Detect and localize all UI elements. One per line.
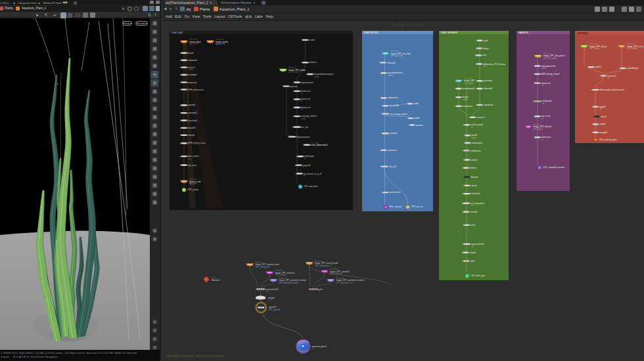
svg-text:thickness1: thickness1 — [301, 90, 311, 93]
svg-text:subnet: subnet — [463, 98, 469, 101]
svg-text:normal1: normal1 — [471, 211, 478, 213]
svg-text:P: P — [301, 93, 302, 95]
svg-text:provenances: provenances — [390, 191, 402, 194]
svg-text:untreated: untreated — [387, 62, 396, 64]
svg-text:delete2: delete2 — [471, 167, 477, 169]
svg-text:connect1: connect1 — [477, 116, 486, 119]
svg-text:experimental1: experimental1 — [301, 81, 313, 84]
svg-text:width: width — [414, 102, 419, 105]
svg-text:OPT_provided_strea: OPT_provided_strea — [336, 282, 353, 284]
svg-text:resample1: resample1 — [188, 74, 197, 76]
svg-text:prism: prism — [472, 137, 477, 139]
svg-text:outliners: outliners — [310, 61, 317, 64]
svg-text:noise_dimensions1: noise_dimensions1 — [311, 144, 328, 146]
svg-text:upstreams: upstreams — [388, 149, 398, 152]
svg-text:scatter: scatter — [310, 39, 315, 41]
svg-text:termination1: termination1 — [472, 142, 483, 144]
svg-text:outbuildings1: outbuildings1 — [627, 67, 639, 70]
svg-text:alt: alt — [541, 84, 543, 87]
svg-text:F: F — [188, 166, 189, 169]
svg-text:informed1: informed1 — [484, 87, 493, 90]
svg-text:P: P — [303, 166, 304, 169]
svg-text:attribcopy1: attribcopy1 — [304, 155, 314, 158]
svg-text:blades_TG: blades_TG — [216, 43, 225, 45]
svg-text:OUT_begin: OUT_begin — [464, 82, 474, 85]
svg-text:OUT_unnamed_streams: OUT_unnamed_streams — [543, 166, 564, 169]
svg-text:comb: comb — [314, 75, 319, 78]
svg-text:alt: alt — [542, 102, 544, 105]
svg-text:alt: alt — [541, 117, 543, 120]
svg-text:M_G: M_G — [268, 299, 272, 301]
svg-text:groundwinds1: groundwinds1 — [463, 87, 475, 90]
svg-text:smooth1: smooth1 — [188, 104, 196, 106]
svg-text:grab: grab — [484, 39, 488, 42]
svg-text:Indie Edition: Indie Edition — [392, 22, 425, 28]
svg-text:sweeten: sweeten — [416, 124, 424, 127]
svg-text:transform1: transform1 — [188, 119, 198, 122]
svg-text:obliquerose_PLU_format: obliquerose_PLU_format — [484, 63, 505, 66]
svg-text:PHY_variance: PHY_variance — [389, 205, 402, 208]
svg-text:OPT_strong_lines1: OPT_strong_lines1 — [315, 265, 331, 267]
svg-text:MTH_thicknesses: MTH_thicknesses — [188, 89, 204, 91]
svg-text:Materials: Materials — [212, 279, 220, 282]
svg-text:Rivut_R: Rivut_R — [189, 182, 196, 185]
svg-text:xG_: xG_ — [188, 158, 192, 160]
svg-text:block1: block1 — [601, 116, 607, 118]
svg-text:merged1: merged1 — [600, 131, 608, 134]
svg-text:subnet: subnet — [188, 68, 194, 71]
svg-text:P: P — [301, 108, 302, 111]
svg-text:MTRs_Every_Lines: MTRs_Every_Lines — [188, 142, 206, 144]
svg-text:thickness3: thickness3 — [301, 106, 311, 109]
svg-text:OPT_old_greens: OPT_old_greens — [543, 57, 558, 60]
svg-text:trim1: trim1 — [471, 224, 476, 226]
svg-text:conditioners: conditioners — [471, 150, 482, 152]
svg-text:alt: alt — [471, 126, 473, 129]
svg-text:swept1: swept1 — [600, 123, 607, 125]
svg-text:comb: comb — [301, 117, 306, 120]
svg-text:MRS_Shady_Greed: MRS_Shady_Greed — [541, 73, 559, 75]
svg-text:delete1: delete1 — [471, 159, 478, 161]
svg-text:the_oals: the_oals — [389, 165, 397, 168]
svg-text:P: P — [319, 290, 320, 293]
svg-text:MATERIALS: MATERIALS — [578, 32, 588, 35]
svg-text:blocked: blocked — [471, 176, 478, 179]
svg-text:subdivide1: subdivide1 — [188, 59, 198, 62]
svg-text:P: P — [304, 158, 306, 160]
svg-text:effluentness: effluentness — [388, 96, 399, 99]
svg-text:OUT_plant_geo: OUT_plant_geo — [471, 274, 486, 277]
svg-text:alt: alt — [265, 290, 267, 293]
svg-text:bangs: bangs — [484, 47, 490, 50]
svg-text:resample2: resample2 — [188, 112, 197, 114]
svg-text:base_TG: base_TG — [189, 43, 197, 45]
svg-text:clep: clep — [482, 54, 486, 56]
svg-text:OUT_wheel: OUT_wheel — [533, 128, 543, 131]
svg-text:smooth2: smooth2 — [188, 127, 196, 129]
svg-text:merged: merged — [390, 132, 398, 135]
svg-text:alt: alt — [484, 65, 486, 68]
svg-text:W: W — [304, 175, 306, 177]
svg-text:measure1: measure1 — [188, 81, 197, 84]
svg-text:OPT_var_var: OPT_var_var — [411, 205, 423, 208]
svg-text:experiments01: experiments01 — [265, 288, 279, 291]
svg-text:OPT_specific: OPT_specific — [269, 308, 281, 311]
svg-text:PLANT GEOMETRY: PLANT GEOMETRY — [441, 32, 458, 34]
svg-text:comb: comb — [541, 67, 546, 70]
svg-text:OPT_strong_lines: OPT_strong_lines — [255, 266, 270, 268]
svg-text:art_interpolate1: art_interpolate1 — [471, 202, 485, 205]
svg-text:expellment: expellment — [484, 104, 494, 106]
svg-text:alt: alt — [608, 77, 610, 79]
svg-text:enrolments: enrolments — [463, 105, 472, 108]
svg-text:OPT_comb2: OPT_comb2 — [627, 47, 637, 50]
svg-text:bend1: bend1 — [188, 52, 194, 54]
svg-text:alt: alt — [471, 204, 473, 207]
svg-text:OPT_comb: OPT_comb — [589, 47, 599, 50]
svg-text:pointment: pointment — [484, 79, 492, 82]
svg-text:guide1: guide1 — [595, 66, 601, 68]
svg-text:thickness2: thickness2 — [301, 98, 311, 100]
svg-text:art_entropy_system: art_entropy_system — [390, 113, 408, 116]
svg-text:OPT_streams2: OPT_streams2 — [330, 272, 342, 275]
svg-text:VARIATION: VARIATION — [518, 32, 528, 34]
svg-text:att_clat: att_clat — [302, 126, 308, 129]
svg-text:att_eroded: att_eroded — [390, 104, 400, 107]
svg-text:wellth: wellth — [415, 117, 420, 119]
